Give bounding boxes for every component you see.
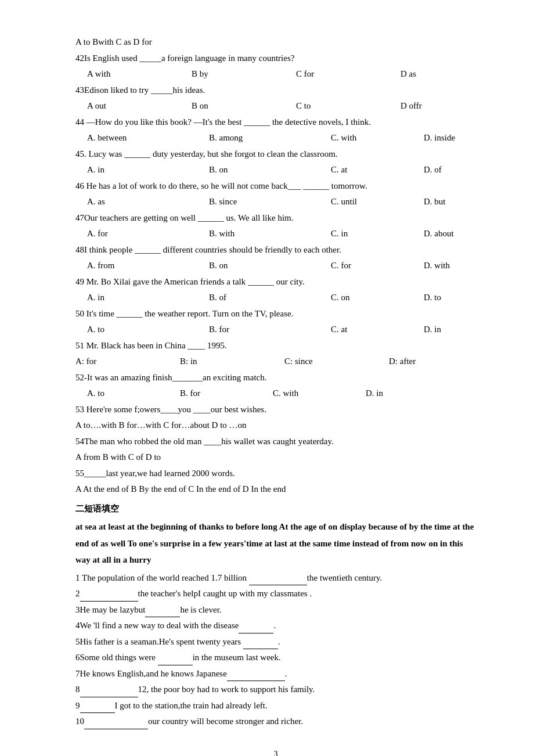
fill-q2: 2the teacher's helpI caught up with my c…	[75, 586, 476, 602]
fill-q9-num: 9	[75, 701, 80, 710]
q48-opt-c: C. for	[331, 258, 424, 273]
section2-header: 二短语填空	[75, 502, 476, 517]
q49-opt-d: D. to	[424, 290, 534, 305]
q55-options: A At the end of B By the end of C In the…	[75, 482, 476, 497]
fill-q10-body: our country will become stronger and ric…	[148, 717, 303, 726]
q42-opt-d: D as	[400, 67, 505, 82]
q43-opt-d: D offr	[400, 99, 505, 114]
fill-q3-body: He may be lazybuthe is clever.	[80, 605, 222, 614]
q41-options: A to Bwith C as D for	[75, 35, 476, 50]
q44-opt-a: A. between	[87, 131, 209, 146]
q48-opt-b: B. on	[209, 258, 331, 273]
q52-question: 52-It was an amazing finish_______an exc…	[75, 370, 476, 386]
q46-options: A. as B. since C. until D. but	[75, 195, 476, 210]
q42-opt-a: A with	[87, 67, 192, 82]
page-number: 3	[75, 747, 476, 757]
q47-opt-d: D. about	[424, 226, 534, 242]
q43-question: 43Edison liked to try _____his ideas.	[75, 83, 476, 98]
main-content: A to Bwith C as D for 42Is English used …	[75, 35, 476, 756]
q54-question: 54The man who robbed the old man ____his…	[75, 434, 476, 449]
fill-q4-body: We 'll find a new way to deal with the d…	[80, 621, 276, 630]
fill-q4-blank	[239, 633, 273, 633]
fill-q5: 5His father is a seaman.He's spent twent…	[75, 635, 476, 650]
fill-questions: 1 The population of the world reached 1.…	[75, 571, 476, 729]
q45-question: 45. Lucy was ______ duty yesterday, but …	[75, 147, 476, 162]
fill-q1-blank	[249, 585, 307, 585]
q42-opt-b: B by	[192, 67, 296, 82]
q47-opt-a: A. for	[87, 226, 209, 242]
q45-options: A. in B. on C. at D. of	[75, 163, 476, 178]
fill-q7-blank	[227, 681, 285, 681]
fill-q2-num: 2	[75, 589, 80, 598]
fill-q1: 1 The population of the world reached 1.…	[75, 571, 476, 586]
q48-opt-a: A. from	[87, 258, 209, 273]
fill-q5-blank	[243, 649, 278, 649]
q51-opt-a: A: for	[75, 354, 180, 369]
q44-opt-d: D. inside	[424, 131, 534, 146]
fill-q6-num: 6	[75, 653, 80, 662]
q44-question: 44 —How do you like this book? —It's the…	[75, 115, 476, 130]
q44-opt-b: B. among	[209, 131, 331, 146]
q52-opt-b: B. for	[180, 386, 273, 401]
fill-q7-num: 7	[75, 669, 80, 678]
q46-opt-b: B. since	[209, 195, 331, 210]
q47-opt-c: C. in	[331, 226, 424, 242]
q50-question: 50 It's time ______ the weather report. …	[75, 307, 476, 322]
q46-opt-a: A. as	[87, 195, 209, 210]
fill-q9-blank	[80, 712, 115, 713]
q43-options: A out B on C to D offr	[75, 99, 476, 114]
q53-options: A to….with B for…with C for…about D to ……	[75, 418, 476, 433]
fill-q8: 812, the poor boy had to work to support…	[75, 682, 476, 697]
q47-opt-b: B. with	[209, 226, 331, 242]
q46-opt-c: C. until	[331, 195, 424, 210]
fill-q2-body: the teacher's helpI caught up with my cl…	[138, 589, 312, 598]
q48-opt-d: D. with	[424, 258, 534, 273]
fill-q7-body: He knows English,and he knows Japanese.	[80, 669, 287, 678]
q50-opt-d: D. in	[424, 322, 534, 337]
q44-options: A. between B. among C. with D. inside	[75, 131, 476, 146]
q45-opt-d: D. of	[424, 163, 534, 178]
q43-opt-c: C to	[296, 99, 400, 114]
q51-options: A: for B: in C: since D: after	[75, 354, 476, 369]
q49-opt-b: B. of	[209, 290, 331, 305]
q46-question: 46 He has a lot of work to do there, so …	[75, 179, 476, 194]
q47-question: 47Our teachers are getting on well _____…	[75, 211, 476, 226]
q50-opt-a: A. to	[87, 322, 209, 337]
q45-opt-c: C. at	[331, 163, 424, 178]
q52-opt-c: C. with	[273, 386, 366, 401]
q50-options: A. to B. for C. at D. in	[75, 322, 476, 337]
fill-q5-num: 5	[75, 637, 80, 646]
fill-q10-num: 10	[75, 717, 84, 726]
fill-q3: 3He may be lazybuthe is clever.	[75, 603, 476, 618]
fill-q10-blank	[84, 729, 148, 729]
q42-options: A with B by C for D as	[75, 67, 476, 82]
fill-q6: 6Some old things were in the museum last…	[75, 650, 476, 665]
q50-opt-b: B. for	[209, 322, 331, 337]
fill-q7: 7He knows English,and he knows Japanese.	[75, 667, 476, 682]
q45-opt-b: B. on	[209, 163, 331, 178]
q49-options: A. in B. of C. on D. to	[75, 290, 476, 305]
q48-question: 48I think people ______ different countr…	[75, 243, 476, 258]
q42-opt-c: C for	[296, 67, 400, 82]
fill-q4-num: 4	[75, 621, 80, 630]
fill-q6-body: Some old things were in the museum last …	[80, 653, 281, 662]
q51-opt-d: D: after	[389, 354, 488, 369]
q49-question: 49 Mr. Bo Xilai gave the American friend…	[75, 275, 476, 290]
q42-question: 42Is English used _____a foreign languag…	[75, 51, 476, 66]
q52-opt-d: D. in	[366, 386, 470, 401]
q49-opt-a: A. in	[87, 290, 209, 305]
fill-q8-num: 8	[75, 685, 80, 694]
q51-opt-b: B: in	[180, 354, 284, 369]
q52-options: A. to B. for C. with D. in	[75, 386, 476, 401]
q47-options: A. for B. with C. in D. about	[75, 226, 476, 242]
fill-q8-body: 12, the poor boy had to work to support …	[138, 685, 315, 694]
fill-q5-body: His father is a seaman.He's spent twenty…	[80, 637, 280, 646]
fill-q3-blank	[145, 617, 180, 617]
phrase-list: at sea at least at the beginning of than…	[75, 519, 476, 568]
q44-opt-c: C. with	[331, 131, 424, 146]
q54-options: A from B with C of D to	[75, 450, 476, 465]
q51-opt-c: C: since	[284, 354, 389, 369]
fill-q3-num: 3	[75, 605, 80, 614]
fill-q9: 9I got to the station,the train had alre…	[75, 699, 476, 714]
q46-opt-d: D. but	[424, 195, 534, 210]
